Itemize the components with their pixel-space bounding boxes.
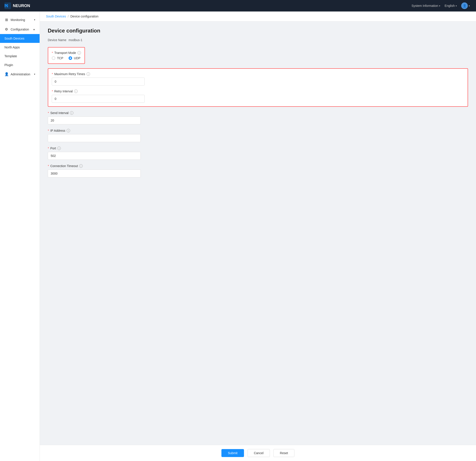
connection-timeout-info-icon[interactable]: i (79, 164, 83, 168)
sidebar-item-administration[interactable]: 👤 Administration ▾ (0, 69, 40, 79)
breadcrumb-separator: / (68, 15, 68, 18)
system-info-menu[interactable]: System Information ▾ (410, 3, 442, 8)
send-interval-required: * (48, 111, 49, 115)
port-label-text: Port (50, 147, 56, 150)
connection-timeout-label-text: Connection Timeout (50, 164, 78, 168)
language-chevron-icon: ▾ (456, 5, 457, 7)
system-info-chevron-icon: ▾ (439, 5, 440, 7)
administration-chevron-icon: ▾ (34, 73, 35, 75)
transport-mode-label-text: Transport Mode (54, 51, 76, 55)
nav-right: System Information ▾ English ▾ 👤 ▾ (410, 1, 472, 10)
send-interval-label: * Send Interval i (48, 111, 468, 115)
sidebar-item-north-apps[interactable]: North Apps (0, 43, 40, 52)
max-retry-field-group: * Maximum Retry Times i (52, 72, 464, 85)
transport-mode-section: * Transport Mode i TCP UDP (48, 47, 85, 64)
connection-timeout-input[interactable] (48, 170, 141, 177)
ip-address-section: * IP Address i (48, 129, 468, 142)
tcp-radio-circle[interactable] (52, 56, 55, 60)
breadcrumb-current: Device configuration (70, 15, 98, 18)
retry-interval-label-text: Retry Interval (54, 90, 73, 93)
user-menu[interactable]: 👤 ▾ (459, 1, 472, 10)
udp-radio-circle[interactable] (68, 56, 72, 60)
administration-icon: 👤 (4, 72, 8, 76)
ip-address-input[interactable] (48, 134, 141, 142)
sidebar-label-monitoring: Monitoring (11, 18, 25, 22)
max-retry-info-icon[interactable]: i (86, 72, 90, 76)
sidebar-label-north-apps: North Apps (4, 46, 20, 49)
transport-tcp-option[interactable]: TCP (52, 56, 63, 60)
sidebar-label-administration: Administration (11, 73, 30, 76)
ip-address-label-text: IP Address (50, 129, 65, 132)
user-chevron-icon: ▾ (469, 5, 470, 7)
main-content: South Devices / Device configuration Dev… (40, 11, 476, 461)
breadcrumb: South Devices / Device configuration (40, 11, 476, 21)
device-name-row: Device Name modbus-1 (48, 38, 468, 42)
sidebar-label-south-devices: South Devices (4, 37, 24, 40)
sidebar-item-template[interactable]: Template (0, 52, 40, 61)
top-nav: N NEURON System Information ▾ English ▾ … (0, 0, 476, 11)
avatar: 👤 (461, 2, 468, 9)
transport-mode-info-icon[interactable]: i (77, 51, 81, 55)
port-label: * Port i (48, 147, 468, 150)
monitoring-chevron-icon: ▾ (34, 19, 35, 21)
monitoring-icon: ⊞ (4, 18, 8, 22)
retry-section: * Maximum Retry Times i * Retry Interval… (48, 68, 468, 107)
reset-button[interactable]: Reset (273, 449, 294, 457)
connection-timeout-label: * Connection Timeout i (48, 164, 468, 168)
transport-mode-label: * Transport Mode i (52, 51, 81, 55)
connection-timeout-required: * (48, 164, 49, 168)
sidebar-label-configuration: Configuration (11, 28, 29, 31)
send-interval-info-icon[interactable]: i (70, 111, 73, 115)
sidebar-item-monitoring[interactable]: ⊞ Monitoring ▾ (0, 15, 40, 25)
avatar-icon: 👤 (463, 4, 467, 8)
sidebar: ⊞ Monitoring ▾ ⚙ Configuration ▲ South D… (0, 11, 40, 461)
configuration-icon: ⚙ (4, 27, 8, 31)
ip-address-required: * (48, 129, 49, 132)
transport-mode-required: * (52, 51, 53, 55)
page-title: Device configuration (48, 28, 468, 34)
sidebar-item-south-devices[interactable]: South Devices (0, 34, 40, 43)
retry-interval-info-icon[interactable]: i (74, 90, 78, 93)
logo-icon: N (4, 2, 11, 9)
send-interval-input[interactable] (48, 116, 141, 124)
udp-label: UDP (74, 56, 81, 60)
bottom-bar: Submit Cancel Reset (40, 445, 476, 461)
language-menu[interactable]: English ▾ (443, 3, 459, 8)
connection-timeout-section: * Connection Timeout i (48, 164, 468, 177)
transport-udp-option[interactable]: UDP (68, 56, 81, 60)
language-label: English (445, 4, 455, 8)
max-retry-input[interactable] (52, 78, 145, 85)
device-name-label: Device Name (48, 38, 66, 42)
max-retry-label-text: Maximum Retry Times (54, 72, 85, 76)
ip-address-info-icon[interactable]: i (67, 129, 70, 132)
device-name-value: modbus-1 (68, 38, 82, 42)
svg-text:N: N (5, 4, 8, 8)
breadcrumb-parent[interactable]: South Devices (46, 15, 66, 18)
sidebar-label-template: Template (4, 54, 17, 58)
configuration-chevron-icon: ▲ (33, 28, 35, 31)
retry-interval-required: * (52, 90, 53, 93)
transport-mode-radio-group: TCP UDP (52, 56, 81, 60)
port-input[interactable] (48, 152, 141, 160)
retry-interval-input[interactable] (52, 95, 145, 103)
ip-address-label: * IP Address i (48, 129, 468, 132)
tcp-label: TCP (57, 56, 63, 60)
sidebar-label-plugin: Plugin (4, 63, 13, 67)
sidebar-item-configuration[interactable]: ⚙ Configuration ▲ (0, 25, 40, 34)
retry-interval-field-group: * Retry Interval i (52, 90, 464, 103)
max-retry-required: * (52, 72, 53, 76)
sidebar-item-plugin[interactable]: Plugin (0, 61, 40, 69)
retry-interval-label: * Retry Interval i (52, 90, 464, 93)
cancel-button[interactable]: Cancel (247, 449, 270, 457)
send-interval-label-text: Send Interval (50, 111, 68, 115)
logo-text: NEURON (13, 4, 30, 8)
submit-button[interactable]: Submit (221, 449, 244, 457)
system-info-label: System Information (411, 4, 438, 8)
logo: N NEURON (4, 2, 30, 9)
port-info-icon[interactable]: i (57, 147, 61, 150)
port-section: * Port i (48, 147, 468, 160)
max-retry-label: * Maximum Retry Times i (52, 72, 464, 76)
send-interval-section: * Send Interval i (48, 111, 468, 124)
port-required: * (48, 147, 49, 150)
page-area: Device configuration Device Name modbus-… (40, 21, 476, 445)
